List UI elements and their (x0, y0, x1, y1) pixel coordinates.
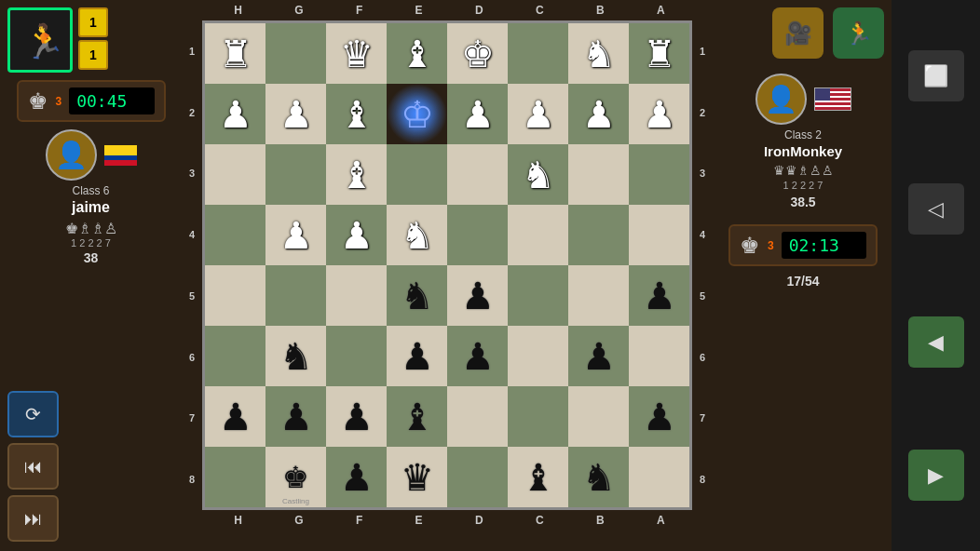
cell-a1[interactable]: ♜ (629, 23, 689, 84)
cell-g3[interactable] (265, 144, 326, 205)
camera-button[interactable]: 🎥 (772, 7, 823, 59)
player-timer: ♚ 3 00:45 (17, 80, 166, 122)
cell-d8[interactable] (447, 447, 508, 507)
cell-f6[interactable] (326, 326, 387, 386)
cell-a3[interactable] (629, 144, 689, 205)
cell-h3[interactable] (205, 144, 265, 205)
cell-g5[interactable] (265, 265, 326, 326)
player-profile: 👤 Class 6 jaime ♚♗♗♙ 1 2 2 2 7 38 (17, 129, 166, 265)
cell-d3[interactable] (447, 144, 508, 205)
next-button[interactable]: ▶ (908, 450, 964, 501)
cell-f2[interactable]: ♝ (326, 84, 387, 144)
back-system-button[interactable]: ◁ (908, 183, 964, 235)
cell-e6[interactable]: ♟ (387, 326, 447, 386)
cell-b8[interactable]: ♞ (568, 447, 629, 507)
cell-e8[interactable]: ♛ (387, 447, 447, 507)
opponent-profile: 👤 Class 2 IronMonkey ♛♛♗♙♙ 1 2 2 2 7 38.… (755, 74, 851, 217)
board-area: H G F E D C B A 1 2 3 4 5 6 7 8 ♜ ♛ ♝ ♚ … (182, 0, 717, 551)
opp-score: 38.5 (790, 195, 815, 209)
opp-class: Class 2 (784, 128, 822, 141)
cell-g7[interactable]: ♟ (265, 386, 326, 447)
cell-h8[interactable] (205, 447, 265, 507)
cell-a7[interactable]: ♟ (629, 386, 689, 447)
cell-e3[interactable] (387, 144, 447, 205)
page-counter: 17/54 (786, 274, 819, 289)
cell-f5[interactable] (326, 265, 387, 326)
cell-b2[interactable]: ♟ (568, 84, 629, 144)
cell-f3[interactable]: ♝ (326, 144, 387, 205)
cell-a2[interactable]: ♟ (629, 84, 689, 144)
cell-e7[interactable]: ♝ (387, 386, 447, 447)
cell-g2[interactable]: ♟ (265, 84, 326, 144)
prev-button[interactable]: ◀ (908, 316, 964, 368)
rewind-button[interactable]: ⏮ (7, 443, 59, 490)
cell-b7[interactable] (568, 386, 629, 447)
cell-h5[interactable] (205, 265, 265, 326)
cell-d7[interactable] (447, 386, 508, 447)
cell-f7[interactable]: ♟ (326, 386, 387, 447)
cell-d6[interactable]: ♟ (447, 326, 508, 386)
run-icon-box[interactable]: 🏃 (7, 7, 73, 73)
cell-a5[interactable]: ♟ (629, 265, 689, 326)
cell-c3[interactable]: ♞ (508, 144, 568, 205)
cell-b3[interactable] (568, 144, 629, 205)
cell-h1[interactable]: ♜ (205, 23, 265, 84)
cell-d1[interactable]: ♚ (447, 23, 508, 84)
opponent-avatar: 👤 (755, 74, 807, 125)
cell-g4[interactable]: ♟ (265, 205, 326, 265)
opp-avatar-row: 👤 (755, 74, 851, 125)
hiker-button[interactable]: 🏃 (833, 7, 884, 59)
forward-button[interactable]: ⏭ (7, 495, 59, 542)
cell-a6[interactable] (629, 326, 689, 386)
colombia-flag (104, 145, 137, 166)
cell-f8[interactable]: ♟ (326, 447, 387, 507)
cell-h7[interactable]: ♟ (205, 386, 265, 447)
cell-g1[interactable] (265, 23, 326, 84)
cell-b5[interactable] (568, 265, 629, 326)
cell-e4[interactable]: ♞ (387, 205, 447, 265)
cell-c7[interactable] (508, 386, 568, 447)
cell-h4[interactable] (205, 205, 265, 265)
left-sidebar: 🏃 1 1 ♚ 3 00:45 👤 Class 6 jaime ♚♗♗♙ 1 2… (0, 0, 182, 551)
replay-button[interactable]: ⟳ (7, 391, 59, 437)
cell-c5[interactable] (508, 265, 568, 326)
chess-board[interactable]: ♜ ♛ ♝ ♚ ♞ ♜ ♟ ♟ ♝ ♔ ♟ ♟ ♟ ♟ ♝ ♞ (202, 20, 692, 510)
cell-a8[interactable] (629, 447, 689, 507)
cell-e2[interactable]: ♔ (387, 84, 447, 144)
rank-labels-right: 1 2 3 4 5 6 7 8 (692, 20, 713, 510)
cell-a4[interactable] (629, 205, 689, 265)
cell-c4[interactable] (508, 205, 568, 265)
cell-f4[interactable]: ♟ (326, 205, 387, 265)
opp-piece-counts: 1 2 2 2 7 (783, 180, 823, 191)
cell-d2[interactable]: ♟ (447, 84, 508, 144)
captured-pieces: ♚♗♗♙ (65, 220, 117, 237)
cell-d5[interactable]: ♟ (447, 265, 508, 326)
cell-h2[interactable]: ♟ (205, 84, 265, 144)
badge-1: 1 (78, 7, 108, 37)
cell-c2[interactable]: ♟ (508, 84, 568, 144)
cell-b1[interactable]: ♞ (568, 23, 629, 84)
opp-captured-pieces: ♛♛♗♙♙ (773, 163, 834, 178)
piece-counts: 1 2 2 2 7 (71, 237, 111, 249)
bottom-controls: ⟳ ⏮ ⏭ (7, 391, 59, 542)
cell-f1[interactable]: ♛ (326, 23, 387, 84)
badge-box: 1 1 (78, 7, 108, 73)
cell-c1[interactable] (508, 23, 568, 84)
top-icons: 🏃 1 1 (7, 7, 108, 73)
cell-b6[interactable]: ♟ (568, 326, 629, 386)
cell-b4[interactable] (568, 205, 629, 265)
cell-c8[interactable]: ♝ (508, 447, 568, 507)
cell-h6[interactable] (205, 326, 265, 386)
badge-2: 1 (78, 40, 108, 70)
cell-e1[interactable]: ♝ (387, 23, 447, 84)
timer-display: 00:45 (69, 87, 154, 114)
col-labels-top: H G F E D C B A (182, 0, 717, 20)
run-icon: 🏃 (20, 20, 61, 60)
cell-e5[interactable]: ♞ (387, 265, 447, 326)
cell-d4[interactable] (447, 205, 508, 265)
cell-g6[interactable]: ♞ (265, 326, 326, 386)
opp-timer: ♚ 3 02:13 (728, 224, 878, 266)
cell-c6[interactable] (508, 326, 568, 386)
home-button[interactable]: ⬜ (908, 50, 964, 101)
cell-g8[interactable]: ♚ Castling (265, 447, 326, 507)
